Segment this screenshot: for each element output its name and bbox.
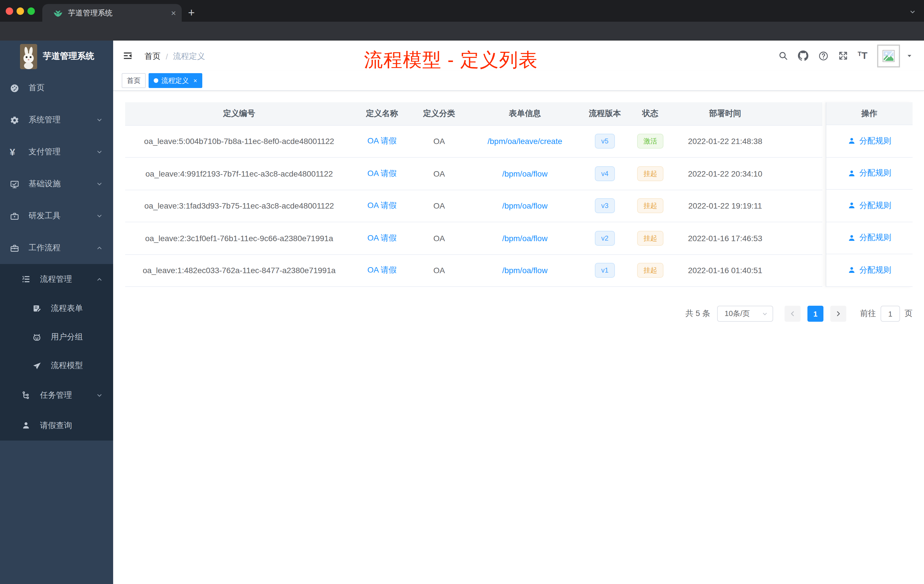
form-link[interactable]: /bpm/oa/flow <box>502 266 548 275</box>
assign-rule-button[interactable]: 分配规则 <box>826 222 912 254</box>
tab-close-icon[interactable]: × <box>171 8 176 17</box>
col-deploy-time: 部署时间 <box>673 102 777 125</box>
tag-label: 首页 <box>127 76 140 86</box>
text-size-icon[interactable]: TT <box>858 51 868 61</box>
sidebar-item-process-form[interactable]: 流程表单 <box>0 294 113 323</box>
sidebar-item-label: 支付管理 <box>28 147 61 157</box>
search-icon[interactable] <box>778 51 788 61</box>
form-link[interactable]: /bpm/oa/flow <box>502 169 548 178</box>
tag-process-definition[interactable]: 流程定义 × <box>148 73 202 88</box>
next-page-button[interactable] <box>830 306 846 322</box>
sidebar-item-label: 工作流程 <box>28 243 61 253</box>
yen-icon: ¥ <box>10 147 20 157</box>
window-zoom-button[interactable] <box>27 7 35 15</box>
sidebar-item-label: 流程模型 <box>51 361 83 371</box>
avatar-caret-icon[interactable] <box>906 51 912 61</box>
sidebar-collapse-button[interactable] <box>123 51 132 61</box>
version-badge: v4 <box>595 166 615 181</box>
page-number-active[interactable]: 1 <box>807 306 823 322</box>
chevron-down-icon <box>96 392 103 399</box>
toolbox-icon <box>10 211 20 221</box>
col-action: 操作 <box>826 102 912 125</box>
col-definition-id: 定义编号 <box>125 102 353 125</box>
form-link[interactable]: /bpm/oa/leave/create <box>487 137 562 146</box>
cell-definition-id: oa_leave:4:991f2193-7b7f-11ec-a3c8-acde4… <box>125 157 353 190</box>
assign-rule-label: 分配规则 <box>860 201 891 211</box>
cell-category: OA <box>411 125 468 157</box>
sidebar-item-label: 请假查询 <box>40 420 72 431</box>
goto-page-input[interactable] <box>881 306 900 322</box>
form-link[interactable]: /bpm/oa/flow <box>502 201 548 211</box>
cell-deploy-time: 2022-01-16 17:46:53 <box>673 222 777 254</box>
new-tab-button[interactable]: + <box>185 6 198 19</box>
avatar[interactable] <box>877 44 900 67</box>
sidebar-item-leave-query[interactable]: 请假查询 <box>0 410 113 440</box>
definition-name-link[interactable]: OA 请假 <box>368 168 397 178</box>
sidebar-item-dev-tools[interactable]: 研发工具 <box>0 200 113 232</box>
assign-rule-button[interactable]: 分配规则 <box>826 254 912 287</box>
definition-name-link[interactable]: OA 请假 <box>368 233 397 242</box>
cell-category: OA <box>411 190 468 222</box>
cell-definition-id: oa_leave:3:1fad3d93-7b75-11ec-a3c8-acde4… <box>125 190 353 222</box>
sidebar-logo[interactable]: 芋道管理系统 <box>0 41 113 72</box>
help-icon[interactable] <box>818 51 828 61</box>
assign-rule-button[interactable]: 分配规则 <box>826 157 912 190</box>
user-icon <box>847 266 856 275</box>
form-link[interactable]: /bpm/oa/flow <box>502 234 548 243</box>
tag-home[interactable]: 首页 <box>122 73 146 88</box>
table-row: oa_leave:5:004b710b-7b8a-11ec-8ef0-acde4… <box>125 125 822 157</box>
definition-name-link[interactable]: OA 请假 <box>368 266 397 275</box>
sidebar: 芋道管理系统 首页 系统管理 ¥ 支付管理 基础设施 <box>0 41 113 584</box>
browser-tab[interactable]: 芋道管理系统 × <box>42 4 182 22</box>
chevron-down-icon <box>762 310 768 317</box>
definition-name-link[interactable]: OA 请假 <box>368 136 397 145</box>
page-size-select[interactable]: 10条/页 <box>717 306 773 322</box>
assign-rule-label: 分配规则 <box>860 265 891 276</box>
table-row: oa_leave:2:3c1f0ef1-76b1-11ec-9c66-a2380… <box>125 222 822 254</box>
sidebar-item-system[interactable]: 系统管理 <box>0 104 113 136</box>
sidebar-item-user-group[interactable]: 用户分组 <box>0 323 113 351</box>
table-fixed-action-column: 操作 分配规则 分配规则 分配规则 分配规则 分配规则 <box>825 102 912 287</box>
tag-close-icon[interactable]: × <box>193 78 197 84</box>
github-icon[interactable] <box>798 50 808 61</box>
table-row: oa_leave:3:1fad3d93-7b75-11ec-a3c8-acde4… <box>125 190 822 222</box>
sidebar-item-workflow[interactable]: 工作流程 <box>0 232 113 264</box>
window-minimize-button[interactable] <box>16 7 24 15</box>
fullscreen-icon[interactable] <box>838 51 848 61</box>
tab-search-chevron-icon[interactable] <box>909 7 916 18</box>
prev-page-button[interactable] <box>785 306 800 322</box>
chevron-up-icon <box>96 244 103 251</box>
assign-rule-button[interactable]: 分配规则 <box>826 125 912 157</box>
definition-name-link[interactable]: OA 请假 <box>368 201 397 210</box>
logo-avatar <box>20 44 37 69</box>
sidebar-item-task-management[interactable]: 任务管理 <box>0 380 113 410</box>
table-header-row: 定义编号 定义名称 定义分类 表单信息 流程版本 状态 部署时间 <box>125 102 822 125</box>
window-close-button[interactable] <box>6 7 13 15</box>
cell-category: OA <box>411 254 468 287</box>
tags-view: 首页 流程定义 × <box>113 71 924 91</box>
status-badge: 挂起 <box>637 166 663 181</box>
assign-rule-label: 分配规则 <box>860 168 891 178</box>
sidebar-item-infrastructure[interactable]: 基础设施 <box>0 168 113 200</box>
cell-deploy-time: 2022-01-22 20:34:10 <box>673 157 777 190</box>
chevron-down-icon <box>96 213 103 219</box>
version-badge: v1 <box>595 263 615 278</box>
breadcrumb-home[interactable]: 首页 <box>145 51 160 62</box>
status-badge: 挂起 <box>637 263 663 278</box>
cell-deploy-time: 2022-01-22 21:48:38 <box>673 125 777 157</box>
sidebar-item-home[interactable]: 首页 <box>0 72 113 104</box>
goto-label: 前往 <box>860 308 876 319</box>
assign-rule-button[interactable]: 分配规则 <box>826 190 912 222</box>
chevron-down-icon <box>96 148 103 155</box>
cell-deploy-time: 2022-01-16 01:40:51 <box>673 254 777 287</box>
sidebar-item-process-model[interactable]: 流程模型 <box>0 351 113 380</box>
browser-toolbar: 不安全 dashboard.yudao.iocoder.cn/bpm/manag… <box>0 22 924 41</box>
version-badge: v2 <box>595 231 615 246</box>
cell-deploy-time: 2022-01-22 19:19:11 <box>673 190 777 222</box>
sidebar-item-payment[interactable]: ¥ 支付管理 <box>0 136 113 168</box>
sidebar-item-label: 流程管理 <box>40 274 72 284</box>
sidebar-item-label: 任务管理 <box>40 390 72 400</box>
cell-category: OA <box>411 222 468 254</box>
sidebar-item-process-management[interactable]: 流程管理 <box>0 264 113 294</box>
version-badge: v3 <box>595 199 615 213</box>
